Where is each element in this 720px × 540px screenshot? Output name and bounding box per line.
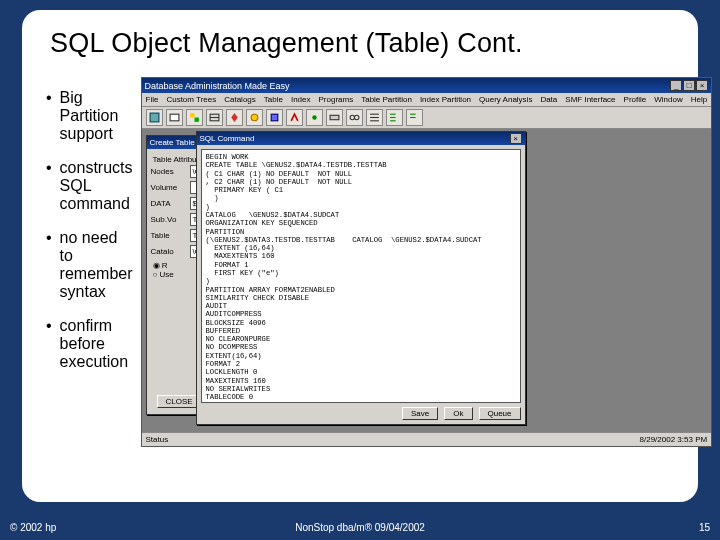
svg-point-6 xyxy=(251,114,258,121)
app-title: Database Administration Made Easy xyxy=(145,81,290,91)
footer-center: NonStop dba/m® 09/04/2002 xyxy=(0,522,720,533)
bullet-item: no need to remember syntax xyxy=(46,229,133,301)
menu-item[interactable]: Index Partition xyxy=(420,95,471,104)
menu-bar: File Custom Trees Catalogs Table Index P… xyxy=(142,93,712,107)
menu-item[interactable]: Programs xyxy=(319,95,354,104)
minimize-button[interactable]: _ xyxy=(670,80,682,91)
menu-item[interactable]: File xyxy=(146,95,159,104)
content-row: Big Partition support constructs SQL com… xyxy=(46,77,674,447)
toolbar-icon[interactable] xyxy=(226,109,243,126)
button-row: Save Ok Queue xyxy=(201,403,521,420)
close-icon[interactable]: × xyxy=(510,133,522,144)
toolbar-icon[interactable] xyxy=(326,109,343,126)
radio-label: Use xyxy=(160,270,174,279)
svg-rect-3 xyxy=(194,118,198,122)
menu-item[interactable]: Table xyxy=(264,95,283,104)
menu-item[interactable]: Custom Trees xyxy=(166,95,216,104)
page-title: SQL Object Management (Table) Cont. xyxy=(50,28,670,59)
window-title: Create Table xyxy=(150,138,195,147)
content-panel: SQL Object Management (Table) Cont. Big … xyxy=(22,10,698,502)
status-label: Status xyxy=(146,435,169,444)
app-titlebar: Database Administration Made Easy _ □ × xyxy=(142,78,712,93)
toolbar-icon[interactable] xyxy=(166,109,183,126)
field-label: Catalo xyxy=(151,247,187,256)
window-titlebar: SQL Command × xyxy=(197,132,525,145)
sql-command-window: SQL Command × BEGIN WORK CREATE TABLE \G… xyxy=(196,131,526,425)
field-label: DATA xyxy=(151,199,187,208)
close-button[interactable]: × xyxy=(696,80,708,91)
toolbar-icon[interactable] xyxy=(146,109,163,126)
svg-point-8 xyxy=(312,115,316,119)
toolbar-icon[interactable] xyxy=(186,109,203,126)
menu-item[interactable]: Query Analysis xyxy=(479,95,532,104)
svg-point-11 xyxy=(354,115,358,119)
workspace: Create Table × Table Attributes Nodes\GE… xyxy=(142,129,712,432)
slide: SQL Object Management (Table) Cont. Big … xyxy=(0,0,720,540)
menu-item[interactable]: Index xyxy=(291,95,311,104)
radio-label: R xyxy=(162,261,168,270)
maximize-button[interactable]: □ xyxy=(683,80,695,91)
status-time: 8/29/2002 3:53 PM xyxy=(640,435,708,444)
slide-footer: © 2002 hp NonStop dba/m® 09/04/2002 15 xyxy=(0,518,720,540)
menu-item[interactable]: SMF Interface xyxy=(565,95,615,104)
bullet-text: Big Partition support xyxy=(60,89,133,143)
field-label: Table xyxy=(151,231,187,240)
toolbar-icon[interactable] xyxy=(386,109,403,126)
window-title: SQL Command xyxy=(200,134,255,143)
ok-button[interactable]: Ok xyxy=(444,407,472,420)
menu-item[interactable]: Window xyxy=(654,95,682,104)
sql-code-box[interactable]: BEGIN WORK CREATE TABLE \GENUS2.$DATA4.T… xyxy=(201,149,521,403)
bullet-text: constructs SQL command xyxy=(60,159,133,213)
svg-rect-2 xyxy=(190,113,194,117)
toolbar-icon[interactable] xyxy=(246,109,263,126)
svg-rect-9 xyxy=(330,115,339,119)
app-window: Database Administration Made Easy _ □ × … xyxy=(141,77,713,447)
menu-item[interactable]: Catalogs xyxy=(224,95,256,104)
bullet-list: Big Partition support constructs SQL com… xyxy=(46,77,133,447)
menu-item[interactable]: Profile xyxy=(624,95,647,104)
menu-item[interactable]: Data xyxy=(540,95,557,104)
status-bar: Status 8/29/2002 3:53 PM xyxy=(142,432,712,446)
svg-point-10 xyxy=(350,115,354,119)
svg-rect-1 xyxy=(170,114,179,121)
toolbar-icon[interactable] xyxy=(366,109,383,126)
field-label: Sub.Vo xyxy=(151,215,187,224)
bullet-item: Big Partition support xyxy=(46,89,133,143)
field-label: Volume xyxy=(151,183,187,192)
window-body: BEGIN WORK CREATE TABLE \GENUS2.$DATA4.T… xyxy=(197,145,525,424)
window-buttons: _ □ × xyxy=(670,80,708,91)
toolbar-icon[interactable] xyxy=(286,109,303,126)
bullet-item: confirm before execution xyxy=(46,317,133,371)
save-button[interactable]: Save xyxy=(402,407,438,420)
menu-item[interactable]: Table Partition xyxy=(361,95,412,104)
toolbar-icon[interactable] xyxy=(266,109,283,126)
bullet-text: confirm before execution xyxy=(60,317,133,371)
bullet-text: no need to remember syntax xyxy=(60,229,133,301)
svg-rect-0 xyxy=(150,113,159,122)
bullet-item: constructs SQL command xyxy=(46,159,133,213)
svg-rect-7 xyxy=(271,114,278,121)
toolbar xyxy=(142,107,712,129)
field-label: Nodes xyxy=(151,167,187,176)
toolbar-icon[interactable] xyxy=(406,109,423,126)
toolbar-icon[interactable] xyxy=(306,109,323,126)
toolbar-icon[interactable] xyxy=(346,109,363,126)
queue-button[interactable]: Queue xyxy=(479,407,521,420)
menu-item[interactable]: Help xyxy=(691,95,707,104)
toolbar-icon[interactable] xyxy=(206,109,223,126)
